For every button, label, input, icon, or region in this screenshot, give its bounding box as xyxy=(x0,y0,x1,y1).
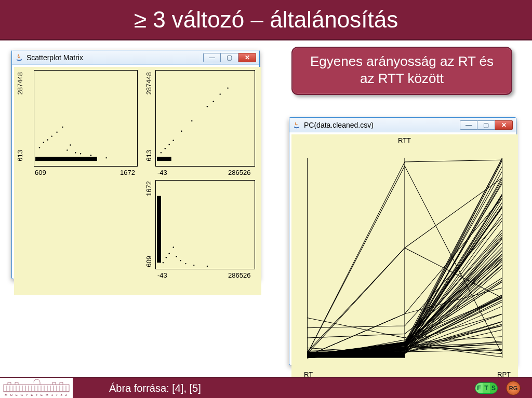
svg-point-18 xyxy=(169,144,170,145)
window-buttons: — ▢ ✕ xyxy=(203,53,256,62)
maximize-button[interactable]: ▢ xyxy=(221,53,238,62)
window-title: Scatterplot Matrix xyxy=(26,53,83,62)
svg-point-5 xyxy=(51,135,52,136)
close-button[interactable]: ✕ xyxy=(238,53,256,62)
svg-rect-0 xyxy=(34,71,137,166)
axis-label: 286526 xyxy=(228,271,250,279)
axis-label: 609 xyxy=(35,169,46,176)
axis-label: 1672 xyxy=(120,169,135,176)
svg-point-29 xyxy=(166,257,167,258)
footer-text: Ábra forrása: [4], [5] xyxy=(109,382,201,394)
axis-label: -43 xyxy=(157,271,167,279)
svg-point-6 xyxy=(56,132,57,133)
scatter-cell-rtt-vs-rt xyxy=(155,180,255,269)
axis-label: 1672 xyxy=(145,181,153,196)
svg-point-21 xyxy=(191,120,192,121)
parallel-coords-window: PC(data.cleaned.csv) — ▢ ✕ RTT RT RPT xyxy=(289,117,516,365)
svg-point-35 xyxy=(193,265,194,266)
window-buttons: — ▢ ✕ xyxy=(460,120,513,130)
axis-label: 613 xyxy=(16,150,24,161)
rg-logo: RG xyxy=(500,380,527,396)
window-titlebar[interactable]: Scatterplot Matrix — ▢ ✕ xyxy=(12,50,259,65)
svg-point-4 xyxy=(47,139,48,140)
footer-badges: F T S RG xyxy=(473,380,532,396)
slide-title: ≥ 3 változó – általánosítás xyxy=(134,7,398,33)
svg-point-19 xyxy=(172,140,174,141)
parallel-coords-body: RTT RT RPT xyxy=(291,134,518,381)
svg-point-25 xyxy=(220,93,221,94)
scatter-cell-rt-vs-rt xyxy=(34,70,138,167)
axis-label: -43 xyxy=(157,169,167,176)
svg-point-31 xyxy=(173,246,174,248)
svg-point-30 xyxy=(169,253,170,254)
svg-point-24 xyxy=(213,101,214,102)
svg-rect-1 xyxy=(35,157,97,161)
svg-point-32 xyxy=(176,256,177,257)
svg-point-28 xyxy=(163,262,164,263)
svg-point-34 xyxy=(185,263,186,264)
axis-label: 613 xyxy=(145,150,153,161)
scatter-body: 287448 613 609 1672 287448 613 -43 28652… xyxy=(14,67,261,295)
svg-point-10 xyxy=(75,152,76,153)
axis-label: 286526 xyxy=(228,169,250,176)
svg-rect-42 xyxy=(4,385,69,392)
svg-point-8 xyxy=(66,149,68,150)
minimize-button[interactable]: — xyxy=(460,120,477,130)
maximize-button[interactable]: ▢ xyxy=(477,120,495,130)
svg-rect-15 xyxy=(157,157,171,161)
bme-logo: M U E G Y E T E M 1 7 8 2 xyxy=(0,378,73,398)
slide-footer: M U E G Y E T E M 1 7 8 2 Ábra forrása: … xyxy=(0,377,532,398)
svg-point-13 xyxy=(105,157,107,158)
callout-text: Egyenes arányosság az RT és az RTT közöt… xyxy=(310,53,494,86)
svg-point-11 xyxy=(80,153,81,154)
svg-point-33 xyxy=(180,260,181,261)
svg-point-20 xyxy=(181,131,182,132)
fts-logo: F T S xyxy=(473,380,500,396)
close-button[interactable]: ✕ xyxy=(495,120,513,130)
svg-point-36 xyxy=(207,266,208,267)
svg-point-2 xyxy=(39,147,40,148)
minimize-button[interactable]: — xyxy=(203,53,221,62)
parallel-coords-plot xyxy=(291,134,518,381)
svg-point-3 xyxy=(43,142,44,143)
svg-point-22 xyxy=(207,106,208,107)
svg-rect-14 xyxy=(156,71,255,166)
svg-rect-26 xyxy=(156,181,255,269)
svg-point-17 xyxy=(165,148,166,149)
window-title: PC(data.cleaned.csv) xyxy=(304,121,374,129)
svg-point-12 xyxy=(90,155,91,156)
axis-label: 609 xyxy=(145,256,153,267)
svg-text:M U E G Y E T E M  1 7 8 2: M U E G Y E T E M 1 7 8 2 xyxy=(5,393,68,396)
svg-rect-27 xyxy=(157,196,161,263)
scatter-cell-rt-vs-rtt xyxy=(155,70,255,167)
java-icon xyxy=(15,53,23,62)
slide-content: Egyenes arányosság az RT és az RTT közöt… xyxy=(0,40,532,377)
axis-label: 287448 xyxy=(16,72,24,94)
svg-rect-41 xyxy=(307,351,405,358)
callout-box: Egyenes arányosság az RT és az RTT közöt… xyxy=(291,47,512,95)
pc-axis-top: RTT xyxy=(398,136,411,144)
svg-point-7 xyxy=(62,127,63,128)
axis-label: 287448 xyxy=(145,72,153,94)
java-icon xyxy=(292,121,301,129)
svg-point-23 xyxy=(227,87,228,88)
slide-title-bar: ≥ 3 változó – általánosítás xyxy=(0,0,532,40)
scatter-window: Scatterplot Matrix — ▢ ✕ xyxy=(11,50,260,279)
svg-point-16 xyxy=(161,152,162,153)
window-titlebar[interactable]: PC(data.cleaned.csv) — ▢ ✕ xyxy=(289,118,516,132)
svg-point-9 xyxy=(70,144,71,145)
